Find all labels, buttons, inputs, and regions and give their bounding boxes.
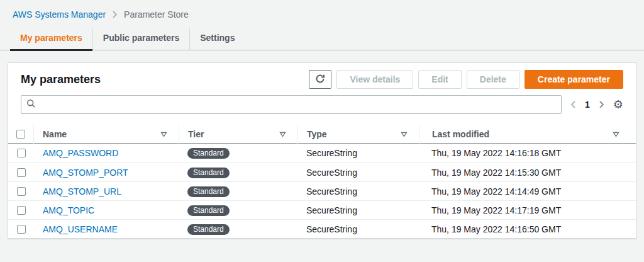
preferences-button[interactable]: ⚙ (613, 99, 623, 110)
table-header-row: Name Tier Type Last modified (8, 125, 636, 144)
tier-badge: Standard (187, 168, 230, 178)
last-modified-cell: Thu, 19 May 2022 14:16:50 GMT (419, 224, 636, 234)
last-modified-cell: Thu, 19 May 2022 14:15:30 GMT (419, 168, 636, 178)
table-body: AMQ_PASSWORD Standard SecureString Thu, … (8, 144, 636, 238)
type-cell: SecureString (297, 186, 419, 196)
chevron-right-icon (112, 11, 118, 18)
breadcrumb-current: Parameter Store (124, 9, 189, 20)
breadcrumb-link-systems-manager[interactable]: AWS Systems Manager (13, 9, 106, 20)
parameters-table: Name Tier Type Last modified (8, 125, 636, 238)
page-number[interactable]: 1 (585, 100, 590, 110)
type-cell: SecureString (297, 205, 419, 215)
tab-my-parameters[interactable]: My parameters (10, 28, 92, 50)
breadcrumb: AWS Systems Manager Parameter Store (0, 0, 644, 25)
my-parameters-panel: My parameters View details Edit Delete C… (8, 62, 636, 239)
tier-badge: Standard (187, 186, 230, 197)
action-toolbar: View details Edit Delete Create paramete… (309, 70, 623, 89)
tier-badge: Standard (187, 205, 230, 216)
table-row: AMQ_STOMP_PORT Standard SecureString Thu… (8, 162, 636, 181)
type-cell: SecureString (297, 168, 419, 178)
row-checkbox[interactable] (17, 149, 26, 157)
prev-page-button[interactable] (570, 100, 576, 109)
view-details-button[interactable]: View details (336, 70, 413, 89)
search-box (21, 95, 562, 114)
filter-toolbar: 1 ⚙ (8, 93, 636, 125)
row-checkbox[interactable] (17, 206, 26, 215)
edit-button[interactable]: Edit (418, 70, 461, 89)
delete-button[interactable]: Delete (467, 70, 519, 89)
sort-icon (160, 132, 167, 137)
gear-icon: ⚙ (613, 98, 623, 111)
column-header-type[interactable]: Type (297, 125, 419, 144)
parameter-name-link[interactable]: AMQ_STOMP_PORT (43, 168, 128, 178)
panel-header: My parameters View details Edit Delete C… (8, 63, 636, 93)
type-cell: SecureString (297, 224, 419, 234)
tab-bar: My parameters Public parameters Settings (0, 28, 644, 50)
last-modified-cell: Thu, 19 May 2022 14:16:18 GMT (419, 148, 636, 158)
row-checkbox[interactable] (17, 225, 26, 234)
create-parameter-button[interactable]: Create parameter (525, 70, 623, 89)
parameter-name-link[interactable]: AMQ_USERNAME (43, 224, 118, 234)
table-row: AMQ_USERNAME Standard SecureString Thu, … (8, 219, 636, 238)
tier-badge: Standard (187, 224, 230, 235)
parameter-name-link[interactable]: AMQ_STOMP_URL (43, 186, 121, 196)
table-row: AMQ_PASSWORD Standard SecureString Thu, … (8, 144, 636, 162)
tier-badge: Standard (187, 148, 230, 159)
sort-icon (613, 132, 619, 137)
sort-icon (279, 132, 286, 137)
tab-settings[interactable]: Settings (189, 28, 245, 50)
refresh-icon (315, 74, 325, 86)
search-icon (26, 99, 36, 110)
page-title: My parameters (21, 73, 101, 86)
pagination: 1 (570, 100, 604, 110)
type-cell: SecureString (297, 148, 419, 158)
select-all-checkbox[interactable] (16, 130, 25, 139)
last-modified-cell: Thu, 19 May 2022 14:17:19 GMT (419, 205, 636, 215)
next-page-button[interactable] (599, 100, 604, 109)
sort-icon (401, 132, 408, 137)
parameter-name-link[interactable]: AMQ_TOPIC (43, 205, 94, 215)
row-checkbox[interactable] (17, 168, 26, 177)
last-modified-cell: Thu, 19 May 2022 14:14:49 GMT (419, 186, 636, 196)
column-header-last-modified[interactable]: Last modified (419, 125, 636, 144)
column-header-name[interactable]: Name (34, 125, 179, 144)
tab-public-parameters[interactable]: Public parameters (92, 28, 189, 50)
table-row: AMQ_TOPIC Standard SecureString Thu, 19 … (8, 200, 636, 219)
table-row: AMQ_STOMP_URL Standard SecureString Thu,… (8, 181, 636, 200)
parameter-name-link[interactable]: AMQ_PASSWORD (43, 148, 118, 158)
column-header-tier[interactable]: Tier (179, 125, 297, 144)
refresh-button[interactable] (309, 70, 331, 89)
search-input[interactable] (40, 100, 556, 110)
row-checkbox[interactable] (17, 187, 26, 196)
